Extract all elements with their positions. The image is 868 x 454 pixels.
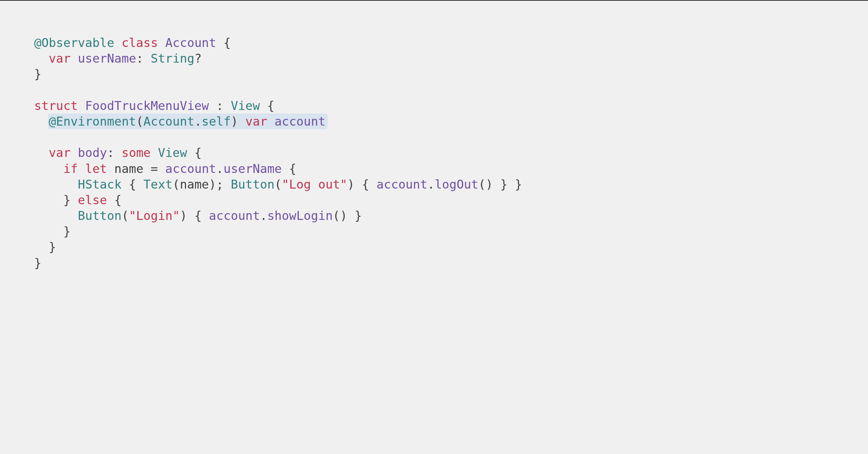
code-block: @Observable class Account { var userName… [34, 35, 868, 271]
keyword-if: if [63, 162, 78, 176]
ident-account: account [275, 114, 326, 128]
keyword-else: else [78, 193, 107, 207]
type-foodtruckmenuview: FoodTruckMenuView [85, 99, 209, 113]
type-button: Button [231, 177, 275, 191]
keyword-var: var [245, 114, 267, 128]
attribute-environment: @Environment [49, 114, 136, 128]
ident-name: name [114, 162, 143, 176]
brace: } [49, 240, 56, 254]
keyword-class: class [122, 36, 158, 50]
keyword-let: let [85, 162, 107, 176]
string-logout: "Log out" [282, 177, 347, 191]
ident-account: account [165, 162, 216, 176]
ident-username: userName [223, 162, 282, 176]
type-account: Account [165, 36, 216, 50]
keyword-some: some [122, 146, 151, 160]
ident-showlogin: showLogin [267, 208, 333, 223]
ident-name: name [180, 177, 209, 191]
type-view: View [231, 99, 260, 113]
attribute-observable: @Observable [34, 36, 114, 50]
ident-body: body [78, 146, 107, 160]
keyword-var: var [49, 51, 70, 65]
keyword-var: var [49, 146, 70, 160]
keyword-struct: struct [34, 99, 78, 113]
ident-account: account [209, 208, 260, 223]
brace: { [216, 36, 231, 50]
type-view: View [158, 146, 187, 160]
ident-logout: logOut [435, 177, 478, 191]
type-button: Button [78, 208, 122, 223]
brace: } [63, 224, 70, 238]
ident-username: userName [78, 51, 136, 65]
string-login: "Login" [129, 208, 180, 223]
type-string: String [151, 51, 195, 65]
type-account: Account [143, 114, 194, 128]
type-text: Text [143, 177, 173, 191]
highlighted-line: @Environment(Account.self) var account [48, 114, 328, 129]
brace: } [34, 256, 41, 270]
brace: } [34, 67, 41, 81]
type-hstack: HStack [78, 177, 122, 191]
ident-account: account [376, 177, 427, 191]
keyword-self: self [202, 114, 231, 128]
